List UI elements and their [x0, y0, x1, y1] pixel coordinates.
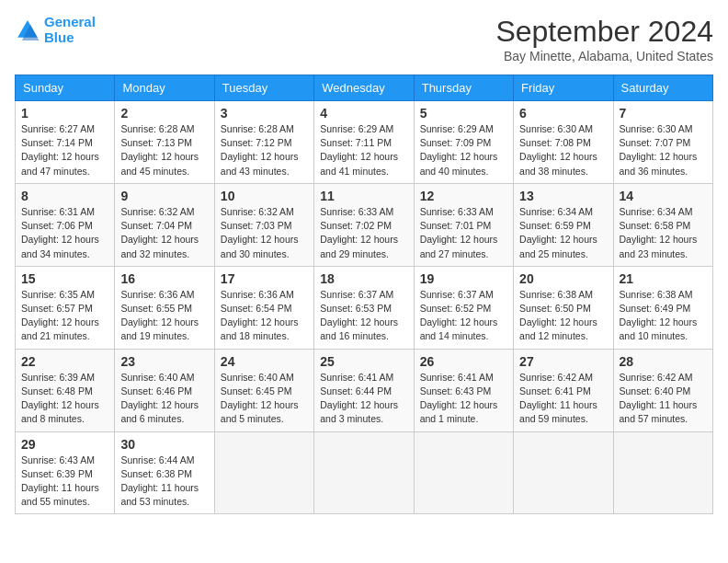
weekday-header: Wednesday [314, 75, 414, 101]
calendar-cell: 11Sunrise: 6:33 AMSunset: 7:02 PMDayligh… [314, 183, 414, 266]
day-number: 24 [221, 354, 308, 369]
day-info: Sunrise: 6:29 AMSunset: 7:11 PMDaylight:… [320, 122, 407, 178]
day-info: Sunrise: 6:41 AMSunset: 6:43 PMDaylight:… [420, 371, 507, 427]
day-info: Sunrise: 6:34 AMSunset: 6:58 PMDaylight:… [620, 205, 707, 261]
day-number: 3 [221, 106, 308, 121]
calendar-cell: 6Sunrise: 6:30 AMSunset: 7:08 PMDaylight… [514, 101, 613, 184]
day-number: 4 [320, 106, 407, 121]
day-info: Sunrise: 6:42 AMSunset: 6:40 PMDaylight:… [620, 371, 707, 427]
day-number: 21 [620, 271, 707, 286]
day-number: 13 [519, 189, 607, 203]
title-block: September 2024 Bay Minette, Alabama, Uni… [495, 15, 713, 63]
weekday-header: Sunday [16, 75, 115, 101]
day-number: 10 [221, 189, 308, 203]
day-info: Sunrise: 6:42 AMSunset: 6:41 PMDaylight:… [519, 371, 607, 427]
day-number: 16 [120, 271, 208, 286]
day-number: 25 [320, 354, 407, 369]
day-number: 17 [221, 271, 308, 286]
day-number: 7 [620, 106, 707, 121]
calendar-cell: 20Sunrise: 6:38 AMSunset: 6:50 PMDayligh… [514, 266, 613, 349]
calendar-cell: 18Sunrise: 6:37 AMSunset: 6:53 PMDayligh… [314, 266, 414, 349]
location: Bay Minette, Alabama, United States [495, 49, 713, 63]
calendar-cell: 13Sunrise: 6:34 AMSunset: 6:59 PMDayligh… [514, 183, 613, 266]
day-info: Sunrise: 6:39 AMSunset: 6:48 PMDaylight:… [21, 371, 108, 427]
day-info: Sunrise: 6:37 AMSunset: 6:53 PMDaylight:… [320, 288, 407, 344]
calendar-table: SundayMondayTuesdayWednesdayThursdayFrid… [15, 75, 713, 514]
day-info: Sunrise: 6:32 AMSunset: 7:03 PMDaylight:… [221, 205, 308, 261]
logo-line2: Blue [44, 29, 74, 45]
calendar-cell: 25Sunrise: 6:41 AMSunset: 6:44 PMDayligh… [314, 349, 414, 431]
calendar-cell: 1Sunrise: 6:27 AMSunset: 7:14 PMDaylight… [16, 101, 115, 184]
weekday-header: Thursday [414, 75, 513, 101]
day-number: 28 [620, 354, 707, 369]
day-number: 8 [21, 189, 108, 203]
calendar-cell: 27Sunrise: 6:42 AMSunset: 6:41 PMDayligh… [514, 349, 613, 431]
calendar-cell: 16Sunrise: 6:36 AMSunset: 6:55 PMDayligh… [115, 266, 214, 349]
day-number: 14 [620, 189, 707, 203]
day-number: 19 [420, 271, 507, 286]
day-number: 26 [420, 354, 507, 369]
calendar-cell: 21Sunrise: 6:38 AMSunset: 6:49 PMDayligh… [613, 266, 712, 349]
day-info: Sunrise: 6:40 AMSunset: 6:46 PMDaylight:… [120, 371, 208, 427]
calendar-week-row: 8Sunrise: 6:31 AMSunset: 7:06 PMDaylight… [16, 183, 713, 266]
day-number: 27 [519, 354, 607, 369]
calendar-week-row: 22Sunrise: 6:39 AMSunset: 6:48 PMDayligh… [16, 349, 713, 431]
day-number: 29 [21, 437, 108, 452]
calendar-cell: 5Sunrise: 6:29 AMSunset: 7:09 PMDaylight… [414, 101, 513, 184]
calendar-week-row: 15Sunrise: 6:35 AMSunset: 6:57 PMDayligh… [16, 266, 713, 349]
day-number: 18 [320, 271, 407, 286]
calendar-cell: 4Sunrise: 6:29 AMSunset: 7:11 PMDaylight… [314, 101, 414, 184]
day-number: 22 [21, 354, 108, 369]
calendar-cell: 17Sunrise: 6:36 AMSunset: 6:54 PMDayligh… [214, 266, 313, 349]
logo-text: General Blue [44, 15, 96, 45]
calendar-cell: 8Sunrise: 6:31 AMSunset: 7:06 PMDaylight… [16, 183, 115, 266]
day-info: Sunrise: 6:35 AMSunset: 6:57 PMDaylight:… [21, 288, 108, 344]
logo: General Blue [15, 15, 96, 45]
calendar-cell: 23Sunrise: 6:40 AMSunset: 6:46 PMDayligh… [115, 349, 214, 431]
day-info: Sunrise: 6:41 AMSunset: 6:44 PMDaylight:… [320, 371, 407, 427]
day-number: 9 [120, 189, 208, 203]
calendar-cell [414, 431, 513, 514]
day-info: Sunrise: 6:32 AMSunset: 7:04 PMDaylight:… [120, 205, 208, 261]
calendar-cell [613, 431, 712, 514]
day-number: 2 [120, 106, 208, 121]
day-number: 6 [519, 106, 607, 121]
day-info: Sunrise: 6:43 AMSunset: 6:39 PMDaylight:… [21, 454, 108, 510]
day-info: Sunrise: 6:31 AMSunset: 7:06 PMDaylight:… [21, 205, 108, 261]
day-number: 20 [519, 271, 607, 286]
weekday-header: Monday [115, 75, 214, 101]
weekday-header: Tuesday [214, 75, 313, 101]
day-info: Sunrise: 6:33 AMSunset: 7:01 PMDaylight:… [420, 205, 507, 261]
day-info: Sunrise: 6:36 AMSunset: 6:55 PMDaylight:… [120, 288, 208, 344]
day-info: Sunrise: 6:34 AMSunset: 6:59 PMDaylight:… [519, 205, 607, 261]
day-number: 5 [420, 106, 507, 121]
calendar-cell [314, 431, 414, 514]
calendar-cell: 24Sunrise: 6:40 AMSunset: 6:45 PMDayligh… [214, 349, 313, 431]
day-number: 15 [21, 271, 108, 286]
weekday-header-row: SundayMondayTuesdayWednesdayThursdayFrid… [16, 75, 713, 101]
calendar-cell: 22Sunrise: 6:39 AMSunset: 6:48 PMDayligh… [16, 349, 115, 431]
calendar-cell [214, 431, 313, 514]
day-info: Sunrise: 6:28 AMSunset: 7:13 PMDaylight:… [120, 122, 208, 178]
calendar-cell: 12Sunrise: 6:33 AMSunset: 7:01 PMDayligh… [414, 183, 513, 266]
day-number: 23 [120, 354, 208, 369]
day-info: Sunrise: 6:40 AMSunset: 6:45 PMDaylight:… [221, 371, 308, 427]
calendar-week-row: 1Sunrise: 6:27 AMSunset: 7:14 PMDaylight… [16, 101, 713, 184]
calendar-cell: 15Sunrise: 6:35 AMSunset: 6:57 PMDayligh… [16, 266, 115, 349]
calendar-cell: 3Sunrise: 6:28 AMSunset: 7:12 PMDaylight… [214, 101, 313, 184]
logo-icon [15, 17, 40, 43]
month-title: September 2024 [495, 15, 713, 49]
day-info: Sunrise: 6:30 AMSunset: 7:08 PMDaylight:… [519, 122, 607, 178]
calendar-cell: 29Sunrise: 6:43 AMSunset: 6:39 PMDayligh… [16, 431, 115, 514]
calendar-cell: 2Sunrise: 6:28 AMSunset: 7:13 PMDaylight… [115, 101, 214, 184]
calendar-cell: 7Sunrise: 6:30 AMSunset: 7:07 PMDaylight… [613, 101, 712, 184]
weekday-header: Saturday [613, 75, 712, 101]
calendar-cell: 28Sunrise: 6:42 AMSunset: 6:40 PMDayligh… [613, 349, 712, 431]
calendar-cell: 9Sunrise: 6:32 AMSunset: 7:04 PMDaylight… [115, 183, 214, 266]
day-info: Sunrise: 6:30 AMSunset: 7:07 PMDaylight:… [620, 122, 707, 178]
calendar-cell: 14Sunrise: 6:34 AMSunset: 6:58 PMDayligh… [613, 183, 712, 266]
calendar-cell: 26Sunrise: 6:41 AMSunset: 6:43 PMDayligh… [414, 349, 513, 431]
day-number: 11 [320, 189, 407, 203]
day-number: 30 [120, 437, 208, 452]
day-number: 1 [21, 106, 108, 121]
